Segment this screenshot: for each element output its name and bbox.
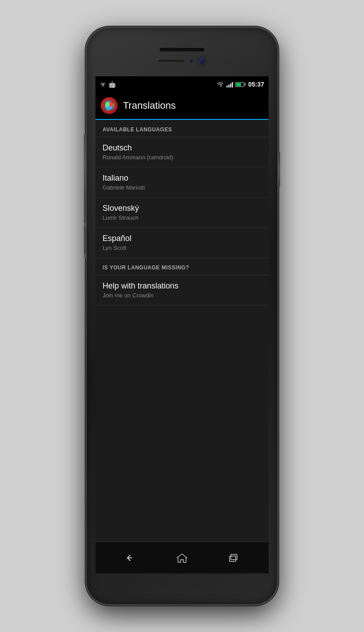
section-header-missing: IS YOUR LANGUAGE MISSING? <box>95 258 269 275</box>
help-translations-subtitle: Join me on Crowdin <box>103 292 261 299</box>
status-time: 05:37 <box>248 81 264 88</box>
app-logo <box>101 97 118 114</box>
proximity-sensor <box>189 59 194 63</box>
italiano-title: Italiano <box>103 174 261 183</box>
svg-rect-0 <box>231 554 237 560</box>
wifi-icon <box>216 81 224 87</box>
list-item-espanol[interactable]: Español Lyn Scott <box>95 228 269 258</box>
app-title: Translations <box>123 100 176 111</box>
deutsch-title: Deutsch <box>103 143 261 153</box>
signal-icon <box>226 82 233 87</box>
status-bar: ☣ 🤖 <box>95 76 269 92</box>
phone-screen: ☣ 🤖 <box>95 76 269 573</box>
section-header-available: AVAILABLE LANGUAGES <box>95 120 269 137</box>
content-list: AVAILABLE LANGUAGES Deutsch Ronald Amman… <box>95 120 269 541</box>
status-right: 05:37 <box>216 81 264 88</box>
italiano-subtitle: Gabriele Mariotti <box>103 184 261 191</box>
phone-top <box>87 28 277 76</box>
recents-icon <box>229 553 239 563</box>
slovensky-subtitle: Lumir Strauch <box>103 214 261 221</box>
slovensky-title: Slovenský <box>103 204 261 213</box>
deutsch-subtitle: Ronald Ammann (ramdroid) <box>103 154 261 161</box>
home-icon <box>176 553 188 563</box>
list-item-help-translations[interactable]: Help with translations Join me on Crowdi… <box>95 275 269 305</box>
back-icon <box>124 553 136 563</box>
screen-content: ☣ 🤖 <box>95 76 269 573</box>
svg-rect-1 <box>229 556 236 561</box>
front-speaker <box>158 59 185 62</box>
speaker-grille <box>160 48 204 51</box>
espanol-subtitle: Lyn Scott <box>103 245 261 251</box>
help-translations-title: Help with translations <box>103 281 261 291</box>
recents-button[interactable] <box>221 548 247 568</box>
list-item-deutsch[interactable]: Deutsch Ronald Ammann (ramdroid) <box>95 137 269 167</box>
app-icon-inner <box>104 100 115 111</box>
nav-bar <box>95 541 269 573</box>
back-button[interactable] <box>117 548 143 568</box>
home-button[interactable] <box>169 548 195 568</box>
list-item-slovensky[interactable]: Slovenský Lumir Strauch <box>95 198 269 228</box>
espanol-title: Español <box>103 234 261 243</box>
camera-row <box>158 57 206 65</box>
section-header-missing-text: IS YOUR LANGUAGE MISSING? <box>103 265 189 271</box>
battery-icon <box>235 82 244 87</box>
front-camera <box>198 57 206 65</box>
section-header-available-text: AVAILABLE LANGUAGES <box>103 126 172 133</box>
phone-bottom <box>87 573 277 604</box>
phone-device: ☣ 🤖 <box>87 28 277 604</box>
list-item-italiano[interactable]: Italiano Gabriele Mariotti <box>95 167 269 198</box>
biohazard-icon: ☣ <box>100 80 106 88</box>
android-icon: 🤖 <box>108 81 116 88</box>
app-bar: Translations <box>95 92 269 120</box>
status-left: ☣ 🤖 <box>100 80 116 88</box>
